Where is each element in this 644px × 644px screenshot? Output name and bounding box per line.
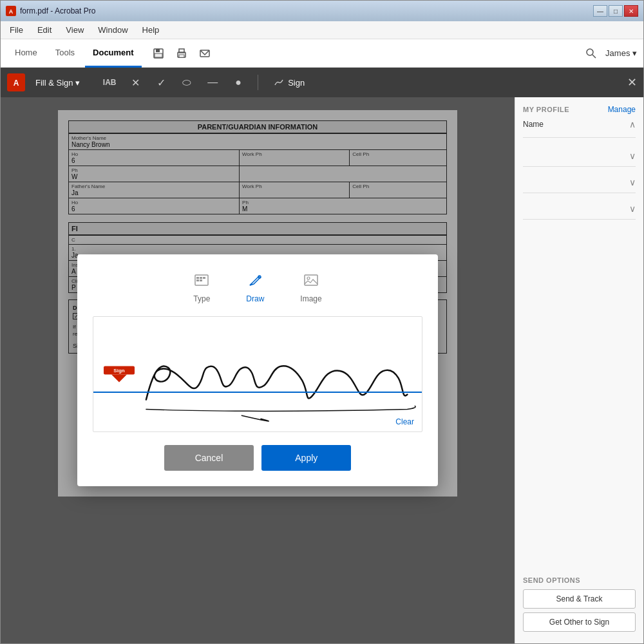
- section-collapsed-2[interactable]: ∨: [523, 172, 636, 193]
- side-panel: MY PROFILE Manage Name ∧ ∨ ∨ ∨ SEND OP: [515, 97, 643, 643]
- app-window: A form.pdf - Acrobat Pro — □ ✕ File Edit…: [0, 0, 644, 644]
- chevron-3[interactable]: ∨: [629, 204, 636, 214]
- main-toolbar: Home Tools Document: [1, 39, 643, 68]
- dot-tool[interactable]: ●: [229, 73, 247, 91]
- tab-home[interactable]: Home: [7, 39, 45, 68]
- tool-separator: [258, 75, 258, 90]
- tab-document[interactable]: Document: [85, 39, 142, 68]
- svg-point-21: [307, 277, 310, 279]
- type-tab-label: Type: [193, 294, 210, 303]
- apply-button[interactable]: Apply: [261, 445, 351, 471]
- signature-baseline: [93, 392, 422, 393]
- tab-tools[interactable]: Tools: [48, 39, 82, 68]
- acrobat-logo: A: [7, 73, 25, 91]
- name-chevron[interactable]: ∧: [629, 119, 636, 129]
- modal-tabs: Type Draw: [93, 270, 422, 306]
- signature-svg: [93, 317, 422, 431]
- main-content: PARENT/GUARDIAN INFORMATION Mother's Nam…: [1, 97, 643, 643]
- window-title: form.pdf - Acrobat Pro: [20, 6, 589, 15]
- draw-tab-label: Draw: [246, 294, 264, 303]
- email-icon[interactable]: [196, 44, 214, 62]
- draw-tab-icon: [247, 272, 263, 292]
- name-row: Name ∧: [523, 119, 636, 129]
- svg-rect-15: [200, 277, 202, 279]
- chevron-2[interactable]: ∨: [629, 177, 636, 187]
- svg-rect-3: [156, 49, 160, 52]
- sign-label: Sign: [288, 78, 305, 88]
- fill-sign-bar: A Fill & Sign ▾ IAB ✕ ✓ ⬭ — ● Sign ✕: [1, 68, 643, 97]
- modal-overlay: Type Draw: [1, 97, 515, 643]
- tab-type[interactable]: Type: [185, 270, 218, 306]
- modal-actions: Cancel Apply: [93, 445, 422, 471]
- menu-file[interactable]: File: [3, 23, 30, 37]
- clear-button[interactable]: Clear: [395, 417, 414, 426]
- sign-button[interactable]: Sign: [274, 77, 305, 88]
- svg-point-9: [587, 49, 593, 55]
- save-icon[interactable]: [149, 44, 167, 62]
- image-tab-label: Image: [300, 294, 321, 303]
- window-controls: — □ ✕: [593, 5, 638, 17]
- svg-rect-4: [155, 53, 162, 57]
- user-name[interactable]: James ▾: [605, 48, 637, 58]
- search-icon[interactable]: [582, 44, 600, 62]
- section-collapsed-1[interactable]: ∨: [523, 146, 636, 167]
- signature-modal: Type Draw: [77, 254, 438, 486]
- cross-tool[interactable]: ✕: [126, 73, 144, 91]
- divider-1: [523, 137, 636, 138]
- svg-rect-18: [200, 279, 202, 281]
- my-profile-header: MY PROFILE Manage: [523, 105, 636, 114]
- close-bar-button[interactable]: ✕: [627, 75, 637, 90]
- chevron-1[interactable]: ∨: [629, 151, 636, 161]
- svg-rect-14: [196, 277, 199, 279]
- get-other-sign-button[interactable]: Get Other to Sign: [523, 612, 636, 632]
- fill-sign-label[interactable]: Fill & Sign ▾: [35, 78, 80, 88]
- my-profile-title: MY PROFILE: [523, 106, 569, 113]
- menu-view[interactable]: View: [59, 23, 90, 37]
- oval-tool[interactable]: ⬭: [178, 73, 196, 91]
- document-area: PARENT/GUARDIAN INFORMATION Mother's Nam…: [1, 97, 515, 643]
- svg-line-10: [592, 55, 596, 58]
- fill-sign-tools: IAB ✕ ✓ ⬭ — ● Sign: [100, 73, 305, 91]
- image-tab-icon: [303, 272, 319, 292]
- title-bar: A form.pdf - Acrobat Pro — □ ✕: [1, 1, 643, 21]
- tab-image[interactable]: Image: [292, 270, 329, 306]
- maximize-button[interactable]: □: [609, 5, 623, 17]
- toolbar-right: James ▾: [582, 44, 637, 62]
- menu-edit[interactable]: Edit: [31, 23, 58, 37]
- svg-rect-17: [196, 279, 199, 281]
- toolbar-icons: [149, 44, 214, 62]
- cancel-button[interactable]: Cancel: [164, 445, 254, 471]
- text-tool[interactable]: IAB: [100, 73, 118, 91]
- type-tab-icon: [194, 272, 209, 292]
- menu-help[interactable]: Help: [136, 23, 166, 37]
- section-collapsed-3[interactable]: ∨: [523, 198, 636, 220]
- send-options-section: SEND OPTIONS Send & Track Get Other to S…: [523, 571, 636, 636]
- send-track-button[interactable]: Send & Track: [523, 589, 636, 609]
- name-label: Name: [523, 120, 544, 129]
- manage-link[interactable]: Manage: [608, 105, 636, 114]
- menu-bar: File Edit View Window Help: [1, 21, 643, 39]
- print-icon[interactable]: [173, 44, 191, 62]
- svg-rect-16: [203, 277, 205, 279]
- signature-canvas[interactable]: Sign: [93, 316, 422, 432]
- svg-text:A: A: [14, 79, 19, 88]
- menu-window[interactable]: Window: [91, 23, 134, 37]
- app-icon: A: [6, 6, 16, 16]
- minimize-button[interactable]: —: [593, 5, 607, 17]
- line-tool[interactable]: —: [204, 73, 222, 91]
- send-options-title: SEND OPTIONS: [523, 576, 636, 584]
- svg-text:A: A: [9, 8, 14, 15]
- tab-draw[interactable]: Draw: [238, 270, 272, 306]
- svg-rect-7: [179, 55, 184, 57]
- close-button[interactable]: ✕: [624, 5, 638, 17]
- svg-rect-20: [305, 275, 317, 285]
- check-tool[interactable]: ✓: [152, 73, 170, 91]
